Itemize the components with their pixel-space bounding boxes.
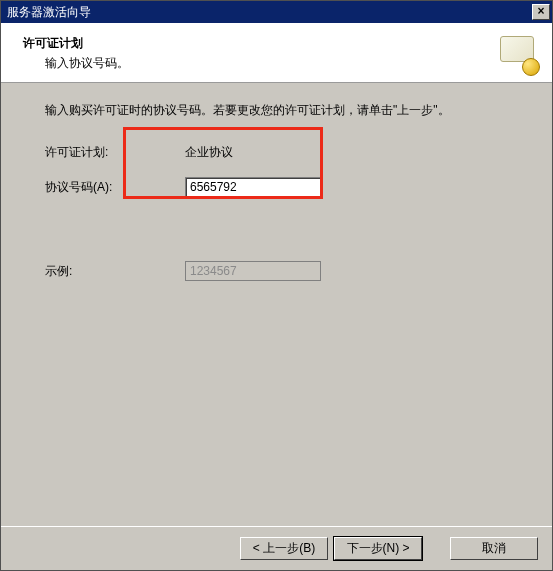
cancel-button[interactable]: 取消: [450, 537, 538, 560]
example-label: 示例:: [45, 263, 185, 280]
close-button[interactable]: ×: [532, 4, 550, 20]
wizard-header: 许可证计划 输入协议号码。: [1, 23, 552, 83]
header-text: 许可证计划 输入协议号码。: [23, 35, 498, 72]
certificate-icon: [498, 34, 538, 74]
header-title: 许可证计划: [23, 35, 498, 52]
example-row: 示例:: [45, 261, 512, 281]
wizard-window: 服务器激活向导 × 许可证计划 输入协议号码。 输入购买许可证时的协议号码。若要…: [0, 0, 553, 571]
back-button[interactable]: < 上一步(B): [240, 537, 328, 560]
next-button[interactable]: 下一步(N) >: [334, 537, 422, 560]
wizard-content: 输入购买许可证时的协议号码。若要更改您的许可证计划，请单击"上一步"。 许可证计…: [1, 83, 552, 526]
license-plan-label: 许可证计划:: [45, 144, 185, 161]
license-plan-value: 企业协议: [185, 144, 233, 161]
agreement-input[interactable]: [185, 177, 321, 197]
example-field: [185, 261, 321, 281]
wizard-footer: < 上一步(B) 下一步(N) > 取消: [1, 526, 552, 570]
instruction-text: 输入购买许可证时的协议号码。若要更改您的许可证计划，请单击"上一步"。: [45, 101, 512, 120]
header-subtitle: 输入协议号码。: [45, 55, 498, 72]
agreement-row: 协议号码(A):: [45, 177, 512, 197]
titlebar: 服务器激活向导 ×: [1, 1, 552, 23]
agreement-label: 协议号码(A):: [45, 179, 185, 196]
window-title: 服务器激活向导: [7, 4, 532, 21]
license-plan-row: 许可证计划: 企业协议: [45, 144, 512, 161]
